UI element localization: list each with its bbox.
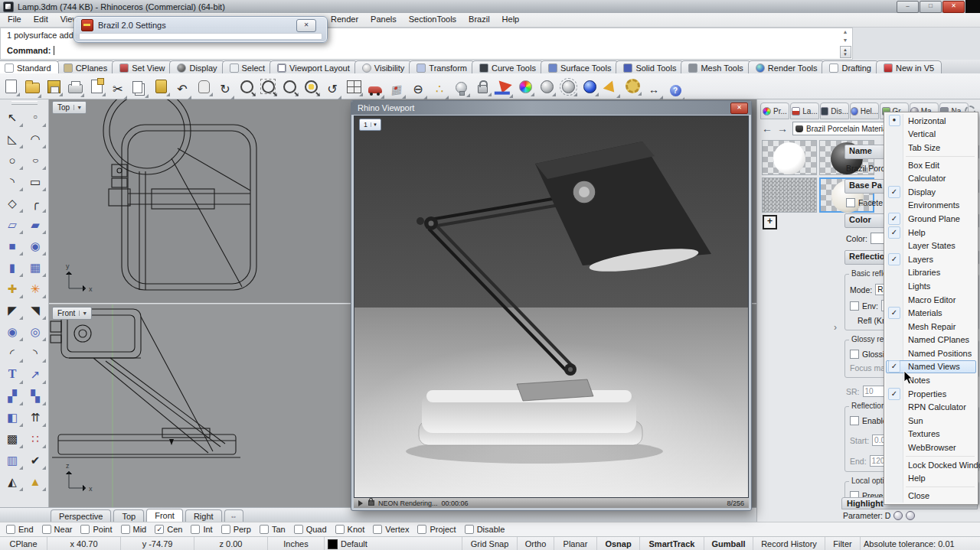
tab-render-tools[interactable]: Render Tools — [748, 60, 825, 74]
render-window-close-button[interactable]: ✕ — [730, 103, 748, 114]
sidebar-grip[interactable] — [11, 101, 38, 105]
trim-icon[interactable]: ◤ — [2, 299, 24, 321]
status-smarttrack[interactable]: SmartTrack — [640, 537, 704, 550]
lights-icon[interactable] — [452, 77, 470, 97]
checkbox[interactable] — [260, 525, 269, 534]
brazil-settings-dialog[interactable]: Brazil 2.0 Settings ✕ — [74, 16, 328, 43]
viewport-dropdown-icon[interactable]: ▼ — [79, 311, 90, 316]
checkbox[interactable] — [465, 525, 474, 534]
checkbox[interactable] — [80, 525, 90, 534]
status-units[interactable]: Inches — [268, 537, 325, 550]
flyout-triangle-icon[interactable] — [42, 337, 46, 341]
zoom-selected-icon[interactable] — [280, 76, 299, 96]
flyout-triangle-icon[interactable] — [19, 295, 23, 298]
boolean-union-icon[interactable]: ◉ — [2, 321, 24, 342]
menu-item-named-cplanes[interactable]: Named CPlanes — [886, 334, 976, 347]
status-tolerance[interactable]: Absolute tolerance: 0.01 — [861, 537, 980, 550]
render-region-icon[interactable] — [559, 76, 577, 96]
four-viewports-icon[interactable] — [345, 76, 363, 96]
explode-icon[interactable]: ✳ — [24, 278, 47, 299]
flyout-triangle-icon[interactable] — [616, 94, 620, 98]
menu-item-webbrowser[interactable]: WebBrowser — [886, 441, 976, 454]
glossiness-checkbox[interactable] — [850, 350, 859, 359]
flyout-triangle-icon[interactable] — [488, 93, 492, 96]
status-y[interactable]: y -74.79 — [121, 537, 194, 550]
flyout-triangle-icon[interactable] — [19, 230, 23, 234]
tab-visibility[interactable]: Visibility — [354, 60, 413, 74]
flyout-triangle-icon[interactable] — [19, 187, 23, 191]
osnap-mid[interactable]: Mid — [121, 525, 147, 534]
cut-icon[interactable]: ✂ — [109, 80, 127, 99]
flyout-triangle-icon[interactable] — [42, 123, 46, 127]
dialog-close-button[interactable]: ✕ — [296, 19, 316, 32]
maximize-button[interactable]: □ — [920, 1, 942, 13]
circle-icon[interactable]: ○ — [2, 149, 24, 171]
info-icon[interactable] — [906, 511, 915, 520]
surface-icon[interactable]: ▱ — [2, 213, 24, 235]
polygon-icon[interactable]: ◇ — [2, 192, 24, 213]
osnap-disable[interactable]: Disable — [465, 525, 505, 534]
menu-file[interactable]: File — [2, 13, 28, 25]
flyout-triangle-icon[interactable] — [42, 466, 46, 470]
ellipse-icon[interactable]: ○ — [24, 149, 47, 171]
status-x[interactable]: x 40.70 — [47, 537, 121, 550]
tab-new-in-v5[interactable]: New in V5 — [876, 60, 942, 74]
menu-help[interactable]: Help — [496, 13, 526, 25]
lock-icon[interactable] — [368, 500, 374, 506]
flyout-triangle-icon[interactable] — [19, 209, 23, 213]
viewport-tab-front[interactable]: Front — [146, 509, 183, 522]
color-wheel-icon[interactable] — [516, 76, 534, 96]
checkbox[interactable] — [417, 525, 426, 534]
command-scrollbar[interactable]: ▲ ▼ ▲▼ — [840, 29, 851, 58]
flyout-triangle-icon[interactable] — [80, 93, 84, 97]
flyout-triangle-icon[interactable] — [16, 93, 20, 96]
distribute-icon[interactable]: ▚ — [24, 385, 47, 406]
scale-icon[interactable]: ↗ — [24, 363, 47, 385]
back-arrow-icon[interactable]: ← — [762, 122, 773, 135]
sr-field[interactable]: 10 — [863, 386, 886, 397]
layer-tools-icon[interactable]: ▥ — [2, 449, 24, 470]
flyout-triangle-icon[interactable] — [145, 94, 149, 98]
flyout-triangle-icon[interactable] — [59, 93, 63, 96]
flyout-triangle-icon[interactable] — [19, 273, 23, 277]
status-record-history[interactable]: Record History — [753, 537, 825, 550]
split-icon[interactable]: ◥ — [24, 299, 47, 321]
panel-tab-help[interactable]: Hel... — [850, 103, 879, 119]
menu-sectiontools[interactable]: SectionTools — [403, 13, 462, 25]
named-views-icon[interactable] — [366, 79, 384, 99]
menu-item-sun[interactable]: Sun — [886, 414, 976, 428]
pyramid-icon[interactable]: ▲ — [24, 470, 47, 492]
viewport-top-label[interactable]: Top ▼ — [52, 101, 87, 114]
tab-transform[interactable]: Transform — [409, 60, 475, 74]
menu-render[interactable]: Render — [325, 13, 364, 25]
menu-item-calculator[interactable]: Calculator — [886, 171, 976, 185]
paste-icon[interactable] — [152, 76, 170, 96]
flyout-triangle-icon[interactable] — [42, 316, 46, 320]
menu-item-named-positions[interactable]: Named Positions — [886, 347, 976, 360]
flyout-triangle-icon[interactable] — [42, 402, 46, 405]
menu-item-layer-states[interactable]: Layer States — [886, 239, 976, 252]
osnap-cen[interactable]: ✓ Cen — [155, 525, 182, 534]
menu-item-help-2[interactable]: Help — [886, 471, 976, 485]
flyout-triangle-icon[interactable] — [19, 252, 23, 255]
options-icon[interactable] — [623, 76, 642, 96]
point-cloud-icon[interactable]: ∴ — [430, 80, 449, 99]
curve-icon[interactable]: ◠ — [24, 128, 47, 149]
boolean-shapes-icon[interactable]: ◭ — [2, 470, 24, 492]
viewport-tab-perspective[interactable]: Perspective — [51, 509, 111, 522]
pan-icon[interactable] — [194, 76, 213, 96]
status-planar[interactable]: Planar — [554, 537, 597, 550]
export-icon[interactable] — [87, 76, 106, 96]
status-gumball[interactable]: Gumball — [704, 537, 753, 550]
render-view-number-button[interactable]: 1▼ — [359, 119, 381, 131]
flyout-triangle-icon[interactable] — [230, 96, 234, 99]
tab-cplanes[interactable]: CPlanes — [56, 60, 116, 74]
status-layer[interactable]: Default — [325, 537, 462, 550]
flyout-triangle-icon[interactable] — [338, 96, 341, 99]
viewport-tab-top[interactable]: Top — [113, 509, 144, 522]
fillet-edge-icon[interactable]: ◜ — [2, 342, 24, 363]
status-grid-snap[interactable]: Grid Snap — [462, 537, 518, 550]
flyout-triangle-icon[interactable] — [531, 93, 534, 96]
extrude-icon[interactable]: ⇈ — [24, 406, 47, 428]
patch-icon[interactable]: ▦ — [24, 256, 47, 278]
